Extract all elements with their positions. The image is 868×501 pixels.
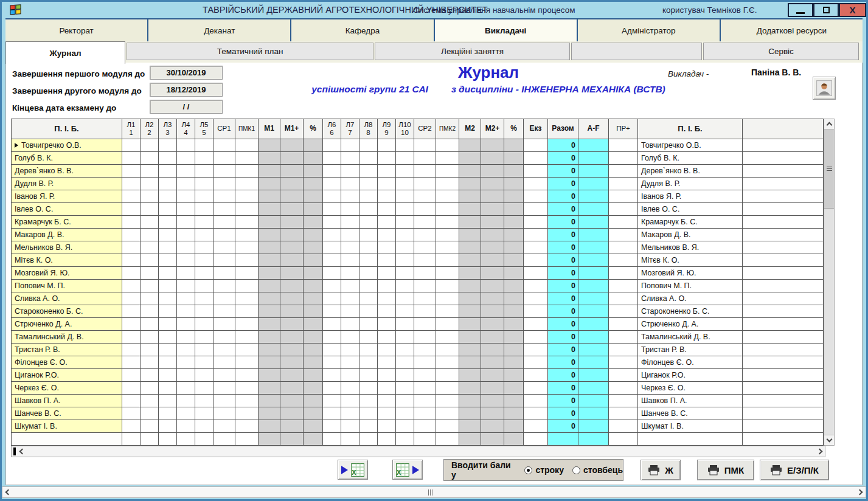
grade-cell[interactable] xyxy=(122,203,141,216)
chevron-right-icon[interactable] xyxy=(817,449,823,455)
grade-cell[interactable] xyxy=(195,229,214,241)
grade-cell[interactable] xyxy=(436,280,459,292)
grade-cell[interactable] xyxy=(195,190,214,203)
grade-cell[interactable] xyxy=(195,318,214,331)
grade-cell[interactable] xyxy=(504,139,524,152)
grade-cell[interactable] xyxy=(259,229,280,241)
grade-cell[interactable] xyxy=(609,407,638,420)
grade-cell[interactable] xyxy=(214,344,235,356)
grade-cell[interactable] xyxy=(359,139,378,152)
print-exam-button[interactable]: Е/З/П/К xyxy=(760,460,829,480)
student-name-cell-right[interactable]: Макаров Д. В. xyxy=(638,229,743,241)
grade-cell[interactable] xyxy=(323,292,341,305)
student-name-cell[interactable]: Шанчев В. С. xyxy=(12,407,122,420)
grade-cell[interactable] xyxy=(177,165,195,178)
grade-cell[interactable] xyxy=(280,139,304,152)
grade-cell[interactable] xyxy=(609,241,638,254)
grade-cell[interactable] xyxy=(609,344,638,356)
student-name-cell-right[interactable]: Дудля В. Р. xyxy=(638,178,743,190)
grade-cell[interactable] xyxy=(259,254,280,267)
grade-cell[interactable] xyxy=(359,344,378,356)
grade-cell[interactable] xyxy=(141,382,159,395)
grade-cell[interactable] xyxy=(378,190,396,203)
grade-cell[interactable] xyxy=(459,152,481,165)
student-name-cell-right[interactable]: Мозговий Я. Ю. xyxy=(638,267,743,280)
grade-cell[interactable] xyxy=(304,241,323,254)
grade-cell[interactable] xyxy=(609,178,638,190)
grade-cell[interactable] xyxy=(359,356,378,369)
grade-cell[interactable] xyxy=(235,318,259,331)
grade-cell[interactable] xyxy=(609,229,638,241)
grade-cell[interactable] xyxy=(214,433,235,446)
grade-cell[interactable] xyxy=(414,395,436,407)
grade-cell[interactable] xyxy=(481,305,504,318)
grade-cell[interactable] xyxy=(359,267,378,280)
grade-cell[interactable] xyxy=(235,254,259,267)
grade-cell[interactable] xyxy=(359,178,378,190)
grade-cell[interactable] xyxy=(436,382,459,395)
grade-cell[interactable] xyxy=(214,395,235,407)
grade-cell[interactable] xyxy=(323,178,341,190)
grade-cell[interactable] xyxy=(396,190,414,203)
grade-cell[interactable] xyxy=(436,395,459,407)
grade-cell[interactable] xyxy=(323,356,341,369)
grade-cell[interactable] xyxy=(459,305,481,318)
grade-cell[interactable] xyxy=(524,254,548,267)
grade-cell[interactable] xyxy=(304,280,323,292)
grade-cell[interactable] xyxy=(459,420,481,433)
grade-cell[interactable] xyxy=(122,356,141,369)
student-name-cell[interactable]: Голуб В. К. xyxy=(12,152,122,165)
grade-cell[interactable] xyxy=(141,292,159,305)
grade-cell[interactable] xyxy=(177,331,195,344)
grade-cell[interactable] xyxy=(396,229,414,241)
grade-cell[interactable]: 0 xyxy=(548,292,578,305)
empty-cell[interactable] xyxy=(743,178,824,190)
empty-cell[interactable] xyxy=(743,152,824,165)
grade-cell[interactable] xyxy=(436,267,459,280)
grade-cell[interactable] xyxy=(195,356,214,369)
grade-cell[interactable] xyxy=(122,369,141,382)
grade-cell[interactable] xyxy=(341,420,359,433)
grade-cell[interactable] xyxy=(481,318,504,331)
grade-cell[interactable] xyxy=(259,305,280,318)
grade-cell[interactable] xyxy=(323,407,341,420)
grade-cell[interactable] xyxy=(341,216,359,229)
grade-cell[interactable] xyxy=(235,407,259,420)
grade-cell[interactable] xyxy=(304,382,323,395)
grade-cell[interactable] xyxy=(141,318,159,331)
grade-cell[interactable] xyxy=(195,203,214,216)
grade-cell[interactable] xyxy=(235,395,259,407)
grade-cell[interactable] xyxy=(341,305,359,318)
empty-cell[interactable] xyxy=(743,139,824,152)
grade-cell[interactable] xyxy=(195,331,214,344)
grade-cell[interactable] xyxy=(195,165,214,178)
grade-cell[interactable] xyxy=(235,216,259,229)
grade-cell[interactable] xyxy=(524,318,548,331)
grade-cell[interactable] xyxy=(195,139,214,152)
student-name-cell[interactable]: Івлев О. С. xyxy=(12,203,122,216)
grade-cell[interactable] xyxy=(323,139,341,152)
student-name-cell[interactable]: Мозговий Я. Ю. xyxy=(12,267,122,280)
grade-cell[interactable] xyxy=(609,190,638,203)
student-name-cell[interactable]: Макаров Д. В. xyxy=(12,229,122,241)
student-name-cell[interactable]: Дудля В. Р. xyxy=(12,178,122,190)
grade-cell[interactable] xyxy=(481,280,504,292)
grade-cell[interactable] xyxy=(378,305,396,318)
grade-cell[interactable]: 0 xyxy=(548,254,578,267)
grade-cell[interactable] xyxy=(259,433,280,446)
grade-cell[interactable] xyxy=(436,407,459,420)
grade-cell[interactable] xyxy=(481,254,504,267)
grade-cell[interactable] xyxy=(141,229,159,241)
tab-primary-0[interactable]: Ректорат xyxy=(5,19,148,41)
student-name-cell-right[interactable]: Дерев`янко В. В. xyxy=(638,165,743,178)
grade-cell[interactable] xyxy=(504,267,524,280)
grade-cell[interactable] xyxy=(341,203,359,216)
grade-cell[interactable] xyxy=(578,178,609,190)
grade-cell[interactable] xyxy=(122,344,141,356)
module1-date-field[interactable]: 30/10/2019 xyxy=(150,66,223,80)
tab-secondary-2[interactable]: Лекційні заняття xyxy=(375,43,570,60)
grade-cell[interactable] xyxy=(378,229,396,241)
grade-cell[interactable] xyxy=(504,395,524,407)
grade-cell[interactable] xyxy=(122,433,141,446)
empty-cell[interactable] xyxy=(743,356,824,369)
